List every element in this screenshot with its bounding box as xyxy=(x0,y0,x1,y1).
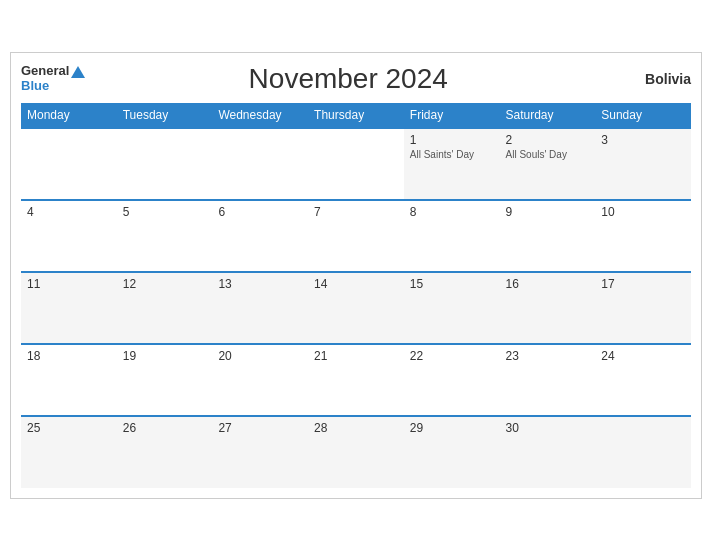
calendar-cell: 24 xyxy=(595,344,691,416)
day-number: 5 xyxy=(123,205,207,219)
day-number: 19 xyxy=(123,349,207,363)
day-number: 17 xyxy=(601,277,685,291)
logo: General Blue xyxy=(21,64,85,93)
calendar-cell: 4 xyxy=(21,200,117,272)
calendar-cell xyxy=(117,128,213,200)
calendar-cell: 6 xyxy=(212,200,308,272)
day-number: 6 xyxy=(218,205,302,219)
calendar-cell: 8 xyxy=(404,200,500,272)
day-number: 24 xyxy=(601,349,685,363)
month-title: November 2024 xyxy=(85,63,611,95)
calendar-cell: 30 xyxy=(500,416,596,488)
calendar-cell: 29 xyxy=(404,416,500,488)
calendar-cell: 18 xyxy=(21,344,117,416)
calendar-cell: 26 xyxy=(117,416,213,488)
calendar-table: Monday Tuesday Wednesday Thursday Friday… xyxy=(21,103,691,488)
day-number: 28 xyxy=(314,421,398,435)
calendar-cell: 17 xyxy=(595,272,691,344)
calendar-cell: 13 xyxy=(212,272,308,344)
calendar-cell: 10 xyxy=(595,200,691,272)
calendar-cell: 7 xyxy=(308,200,404,272)
calendar-cell: 22 xyxy=(404,344,500,416)
header-monday: Monday xyxy=(21,103,117,128)
day-number: 16 xyxy=(506,277,590,291)
day-number: 25 xyxy=(27,421,111,435)
calendar-cell: 3 xyxy=(595,128,691,200)
day-number: 11 xyxy=(27,277,111,291)
day-number: 9 xyxy=(506,205,590,219)
calendar-cell xyxy=(21,128,117,200)
country-label: Bolivia xyxy=(611,71,691,87)
calendar-cell: 5 xyxy=(117,200,213,272)
day-number: 1 xyxy=(410,133,494,147)
day-number: 10 xyxy=(601,205,685,219)
day-number: 29 xyxy=(410,421,494,435)
header-sunday: Sunday xyxy=(595,103,691,128)
calendar-cell: 28 xyxy=(308,416,404,488)
calendar-cell: 27 xyxy=(212,416,308,488)
calendar-cell: 9 xyxy=(500,200,596,272)
day-number: 21 xyxy=(314,349,398,363)
calendar-cell: 2All Souls' Day xyxy=(500,128,596,200)
day-number: 4 xyxy=(27,205,111,219)
calendar-cell: 15 xyxy=(404,272,500,344)
day-number: 3 xyxy=(601,133,685,147)
calendar-container: General Blue November 2024 Bolivia Monda… xyxy=(10,52,702,499)
calendar-cell: 23 xyxy=(500,344,596,416)
calendar-cell: 25 xyxy=(21,416,117,488)
calendar-cell: 12 xyxy=(117,272,213,344)
logo-blue-text: Blue xyxy=(21,79,49,93)
calendar-cell xyxy=(212,128,308,200)
header-saturday: Saturday xyxy=(500,103,596,128)
day-number: 8 xyxy=(410,205,494,219)
calendar-cell xyxy=(308,128,404,200)
calendar-header-row: Monday Tuesday Wednesday Thursday Friday… xyxy=(21,103,691,128)
header-thursday: Thursday xyxy=(308,103,404,128)
calendar-cell: 19 xyxy=(117,344,213,416)
day-number: 12 xyxy=(123,277,207,291)
event-label: All Souls' Day xyxy=(506,149,590,160)
calendar-cell: 1All Saints' Day xyxy=(404,128,500,200)
calendar-body: 1All Saints' Day2All Souls' Day345678910… xyxy=(21,128,691,488)
day-number: 30 xyxy=(506,421,590,435)
day-number: 27 xyxy=(218,421,302,435)
calendar-header: General Blue November 2024 Bolivia xyxy=(21,63,691,95)
calendar-cell: 20 xyxy=(212,344,308,416)
day-number: 22 xyxy=(410,349,494,363)
event-label: All Saints' Day xyxy=(410,149,494,160)
calendar-cell: 21 xyxy=(308,344,404,416)
calendar-cell: 14 xyxy=(308,272,404,344)
day-number: 18 xyxy=(27,349,111,363)
calendar-cell xyxy=(595,416,691,488)
header-tuesday: Tuesday xyxy=(117,103,213,128)
day-number: 23 xyxy=(506,349,590,363)
logo-triangle-icon xyxy=(71,66,85,78)
logo-general-text: General xyxy=(21,64,85,78)
day-number: 20 xyxy=(218,349,302,363)
header-friday: Friday xyxy=(404,103,500,128)
day-number: 14 xyxy=(314,277,398,291)
day-number: 7 xyxy=(314,205,398,219)
day-number: 2 xyxy=(506,133,590,147)
header-wednesday: Wednesday xyxy=(212,103,308,128)
day-number: 26 xyxy=(123,421,207,435)
day-number: 13 xyxy=(218,277,302,291)
day-number: 15 xyxy=(410,277,494,291)
calendar-cell: 16 xyxy=(500,272,596,344)
calendar-cell: 11 xyxy=(21,272,117,344)
